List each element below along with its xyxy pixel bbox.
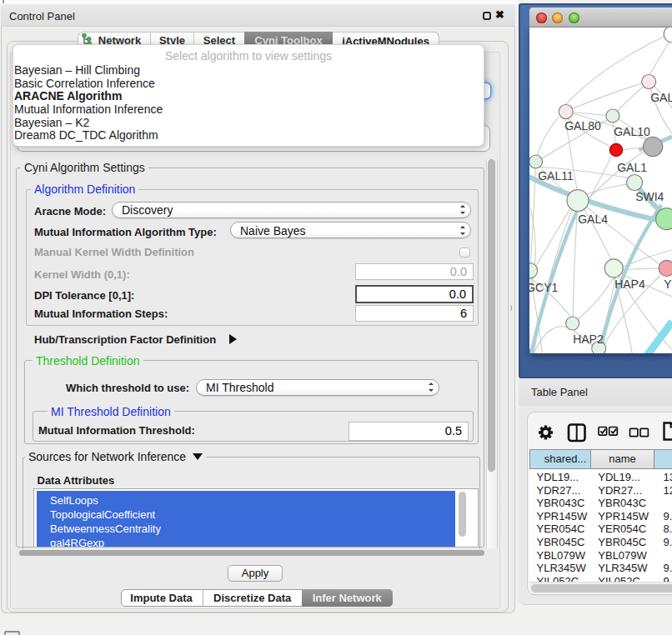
svg-text:SWI4: SWI4 xyxy=(635,190,664,203)
svg-text:GAL10: GAL10 xyxy=(614,125,650,138)
svg-text:YE: YE xyxy=(664,278,672,291)
svg-text:GAL11: GAL11 xyxy=(538,169,574,182)
svg-text:GCY1: GCY1 xyxy=(529,281,559,294)
svg-text:HAP4: HAP4 xyxy=(614,278,645,291)
svg-text:HAP2: HAP2 xyxy=(573,332,604,346)
svg-text:GAL4: GAL4 xyxy=(578,212,608,226)
svg-text:GAL1: GAL1 xyxy=(617,161,647,174)
svg-text:GAL2: GAL2 xyxy=(650,91,672,104)
svg-text:GAL80: GAL80 xyxy=(564,119,601,132)
